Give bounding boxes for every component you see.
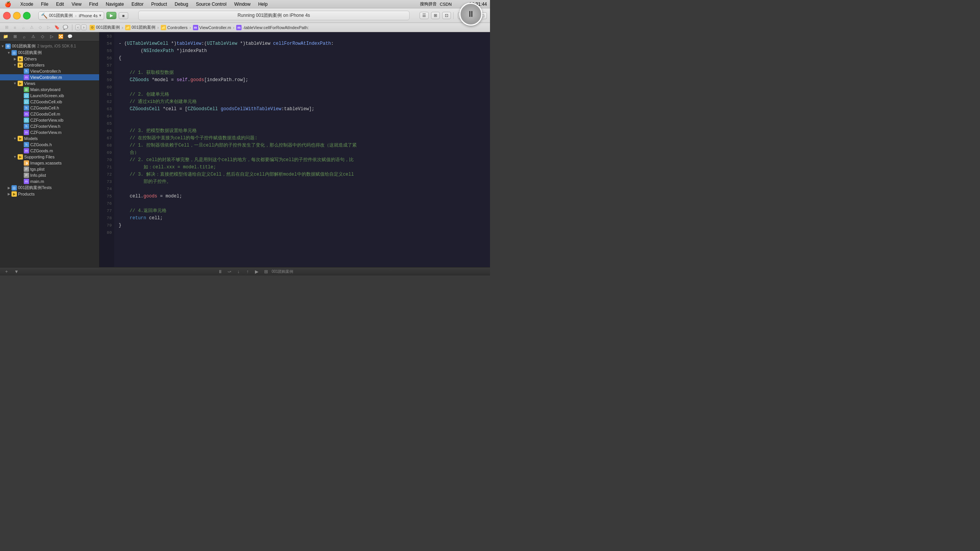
sidebar-source-control-icon[interactable]: 🔀	[57, 33, 64, 40]
sidebar-item-viewcontroller-h[interactable]: hViewController.h	[0, 68, 99, 74]
apple-menu[interactable]: 🍎	[3, 1, 13, 7]
sidebar-item-main-m[interactable]: mmain.m	[0, 178, 99, 184]
breadcrumb-file[interactable]: m ViewController.m	[193, 25, 231, 30]
menu-navigate[interactable]: Navigate	[104, 2, 125, 7]
breadcrumb-controllers[interactable]: 📁 Controllers	[161, 25, 188, 30]
sidebar-item-target1[interactable]: ◎001团购案例	[0, 49, 99, 56]
input-method[interactable]: 搜狗拼音	[420, 1, 437, 7]
sidebar-item-czgoodscell-h[interactable]: hCZGoodsCell.h	[0, 105, 99, 111]
tree-arrow[interactable]	[6, 51, 11, 55]
add-file-button[interactable]: +	[3, 268, 10, 275]
code-editor[interactable]: 5354555657585960616263646566676869707172…	[100, 32, 490, 267]
sidebar-item-main-storyboard[interactable]: ⊞Main.storyboard	[0, 86, 99, 93]
sidebar-item-viewcontroller-m[interactable]: mViewController.m	[0, 74, 99, 80]
stop-button[interactable]: ■	[119, 12, 128, 19]
tree-label: Info.plist	[30, 173, 46, 178]
menu-edit[interactable]: Edit	[54, 2, 65, 7]
menu-view[interactable]: View	[70, 2, 83, 7]
sidebar-debug-icon[interactable]: ▷	[48, 33, 55, 40]
menu-xcode[interactable]: Xcode	[19, 2, 35, 7]
class-hierarchy-icon[interactable]: ≡	[11, 24, 18, 31]
nav-forward[interactable]: ›	[81, 24, 86, 30]
tree-arrow[interactable]	[12, 63, 18, 67]
menu-debug[interactable]: Debug	[173, 2, 189, 7]
sidebar-item-others[interactable]: ▶Others	[0, 56, 99, 62]
editor-mode-assistant[interactable]: ⊞	[431, 12, 440, 19]
sidebar-test-icon[interactable]: ◇	[39, 33, 46, 40]
line-num-79: 79	[100, 222, 112, 229]
sidebar-item-views[interactable]: ▶Views	[0, 80, 99, 86]
sidebar-warning-icon[interactable]: ⚠	[30, 33, 37, 40]
menu-window[interactable]: Window	[233, 2, 252, 7]
run-button[interactable]: ▶	[106, 12, 116, 19]
breadcrumb-method[interactable]: m -tableView:cellForRowAtIndexPath:	[236, 25, 309, 30]
sidebar-item-products[interactable]: ▶Products	[0, 191, 99, 197]
sidebar-search-icon[interactable]: ⌕	[21, 33, 28, 40]
debug-continue-icon[interactable]: ▶	[253, 268, 260, 275]
editor-mode-version[interactable]: ⊡	[442, 12, 451, 19]
sidebar-item-czfooterview-h[interactable]: hCZFooterView.h	[0, 123, 99, 129]
sidebar-file-icon[interactable]: 📁	[2, 33, 9, 40]
line-num-77: 77	[100, 207, 112, 215]
editor-mode-standard[interactable]: ☰	[420, 12, 429, 19]
sidebar-item-czgoods-m[interactable]: mCZGoods.m	[0, 148, 99, 154]
menu-product[interactable]: Product	[150, 2, 168, 7]
minimize-button[interactable]	[13, 12, 21, 20]
nav-back[interactable]: ‹	[75, 24, 80, 30]
line-num-61: 61	[100, 91, 112, 98]
sidebar-item-supporting-files[interactable]: ▶Supporting Files	[0, 154, 99, 160]
debug-step-in-icon[interactable]: ↓	[235, 268, 242, 275]
tree-arrow[interactable]	[6, 186, 11, 190]
code-line-70: // 2. cell的封装不够完整，凡是用到这个cell的地方，每次都要编写为c…	[119, 156, 490, 164]
filter-icon[interactable]: ▼	[13, 268, 20, 275]
menu-editor[interactable]: Editor	[130, 2, 145, 7]
sidebar-item-czfooterview-xib[interactable]: ⊡CZFooterView.xib	[0, 117, 99, 123]
search-nav-icon[interactable]: ⌕	[20, 24, 27, 31]
tree-arrow[interactable]	[0, 44, 5, 48]
sidebar-item-controllers[interactable]: ▶Controllers	[0, 62, 99, 68]
sidebar-item-images[interactable]: ◑Images.xcassets	[0, 160, 99, 166]
debug-icon[interactable]: ▷	[45, 24, 52, 31]
sidebar-history-icon[interactable]: 💬	[67, 33, 74, 40]
file-nav-icon[interactable]: ⊞	[3, 24, 10, 31]
menu-help[interactable]: Help	[256, 2, 269, 7]
sidebar-item-czgoodscell-m[interactable]: mCZGoodsCell.m	[0, 111, 99, 117]
debug-pause-icon[interactable]: ⏸	[217, 268, 224, 275]
breadcrumb-project[interactable]: ⚙ 001团购案例	[90, 24, 120, 30]
sidebar-item-czgoods-h[interactable]: hCZGoods.h	[0, 142, 99, 148]
debug-scheme-icon[interactable]: ⊞	[263, 268, 270, 275]
debug-step-out-icon[interactable]: ↑	[244, 268, 251, 275]
tree-arrow[interactable]	[12, 155, 18, 159]
sidebar-item-info-plist[interactable]: PInfo.plist	[0, 172, 99, 178]
tree-arrow[interactable]	[12, 57, 18, 61]
line-num-63: 63	[100, 106, 112, 113]
code-content[interactable]: - (UITableViewCell *)tableView:(UITableV…	[114, 32, 490, 267]
pause-overlay-button[interactable]	[459, 3, 482, 26]
maximize-button[interactable]	[23, 12, 31, 20]
code-line-76	[119, 200, 490, 207]
tree-arrow[interactable]	[12, 82, 18, 85]
test-icon[interactable]: ◇	[37, 24, 44, 31]
menu-source-control[interactable]: Source Control	[194, 2, 228, 7]
tree-label: CZFooterView.h	[30, 124, 60, 129]
sidebar-item-czfooterview-m[interactable]: mCZFooterView.m	[0, 129, 99, 135]
breadcrumb-folder[interactable]: 📁 001团购案例	[125, 24, 155, 30]
debug-step-over-icon[interactable]: ⤻	[226, 268, 233, 275]
sidebar-item-tests[interactable]: ◎001团购案例Tests	[0, 184, 99, 191]
tree-arrow[interactable]	[6, 192, 11, 196]
warning-icon[interactable]: ⚠	[28, 24, 35, 31]
csdn-icon[interactable]: CSDN	[440, 2, 452, 7]
tree-arrow[interactable]	[12, 137, 18, 140]
menu-find[interactable]: Find	[88, 2, 100, 7]
sidebar-item-root[interactable]: ⚙001团购案例2 targets, iOS SDK 8.1	[0, 43, 99, 49]
sidebar-item-models[interactable]: ▶Models	[0, 135, 99, 142]
sidebar-item-tgs-plist[interactable]: Ptgs.plist	[0, 166, 99, 172]
menu-file[interactable]: File	[39, 2, 50, 7]
close-button[interactable]	[3, 12, 11, 20]
sidebar-item-czgoodscell-xib[interactable]: ⊡CZGoodsCell.xib	[0, 99, 99, 105]
sidebar-symbols-icon[interactable]: ⊞	[11, 33, 18, 40]
sidebar-item-launchscreen[interactable]: ⊡LaunchScreen.xib	[0, 93, 99, 99]
scheme-dropdown-icon[interactable]: ▾	[99, 13, 101, 18]
history-icon[interactable]: 💬	[62, 24, 69, 31]
bookmark-icon[interactable]: 🔖	[54, 24, 60, 31]
